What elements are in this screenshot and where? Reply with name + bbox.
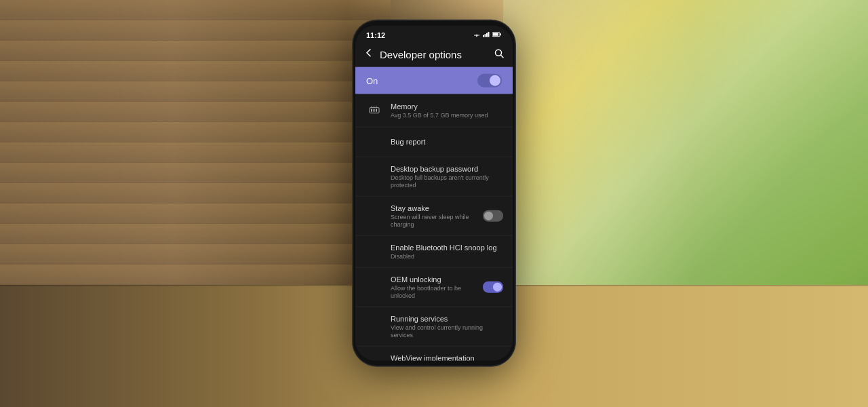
- on-off-row[interactable]: On: [355, 67, 513, 94]
- search-button[interactable]: [494, 48, 505, 61]
- settings-item-memory[interactable]: Memory Avg 3.5 GB of 5.7 GB memory used: [355, 94, 513, 128]
- running-services-subtitle: View and control currently running servi…: [391, 324, 503, 339]
- status-icons: [473, 32, 502, 39]
- signal-icon: [483, 32, 490, 39]
- oem-unlocking-toggle-area[interactable]: [483, 282, 503, 293]
- webview-title: WebView implementation: [391, 353, 503, 360]
- page-title: Developer options: [380, 49, 494, 60]
- settings-item-bug-report[interactable]: Bug report: [355, 128, 513, 157]
- stay-awake-title: Stay awake: [391, 204, 477, 213]
- svg-rect-3: [486, 33, 488, 37]
- oem-unlocking-title: OEM unlocking: [391, 275, 477, 284]
- svg-rect-6: [500, 33, 502, 35]
- oem-unlocking-text: OEM unlocking Allow the bootloader to be…: [365, 275, 477, 300]
- running-services-text: Running services View and control curren…: [365, 313, 503, 338]
- header-bar: Developer options: [355, 42, 513, 67]
- memory-icon: [365, 101, 384, 120]
- battery-icon: [492, 32, 502, 39]
- svg-line-9: [501, 55, 504, 58]
- status-time: 11:12: [366, 31, 385, 39]
- memory-title: Memory: [391, 102, 503, 111]
- bug-report-title: Bug report: [391, 137, 503, 147]
- oem-unlocking-subtitle: Allow the bootloader to be unlocked: [391, 285, 477, 300]
- toggle-thumb: [490, 75, 500, 86]
- back-button[interactable]: [363, 47, 374, 62]
- settings-item-oem-unlocking[interactable]: OEM unlocking Allow the bootloader to be…: [355, 268, 513, 307]
- desktop-backup-subtitle: Desktop full backups aren't currently pr…: [391, 174, 503, 189]
- svg-rect-13: [376, 109, 377, 112]
- desktop-backup-title: Desktop backup password: [391, 164, 503, 174]
- settings-item-running-services[interactable]: Running services View and control curren…: [355, 307, 513, 346]
- settings-list: Memory Avg 3.5 GB of 5.7 GB memory used …: [355, 94, 513, 361]
- settings-item-stay-awake[interactable]: Stay awake Screen will never sleep while…: [355, 197, 513, 236]
- bluetooth-hci-title: Enable Bluetooth HCI snoop log: [391, 242, 503, 252]
- svg-rect-4: [488, 32, 490, 37]
- stay-awake-subtitle: Screen will never sleep while charging: [391, 214, 477, 229]
- bug-report-text: Bug report: [365, 137, 503, 147]
- bluetooth-hci-subtitle: Disabled: [391, 253, 503, 260]
- phone-screen: 11:12: [355, 26, 513, 361]
- svg-rect-1: [483, 35, 484, 37]
- stay-awake-toggle[interactable]: [483, 210, 503, 222]
- memory-text: Memory Avg 3.5 GB of 5.7 GB memory used: [391, 102, 503, 119]
- oem-unlocking-toggle-thumb: [493, 283, 502, 292]
- settings-item-bluetooth-hci[interactable]: Enable Bluetooth HCI snoop log Disabled: [355, 235, 513, 267]
- stay-awake-toggle-thumb: [484, 212, 493, 220]
- desktop-backup-text: Desktop backup password Desktop full bac…: [365, 164, 503, 189]
- webview-text: WebView implementation Android System We…: [365, 353, 503, 360]
- bluetooth-hci-text: Enable Bluetooth HCI snoop log Disabled: [365, 242, 503, 260]
- wifi-icon: [473, 32, 480, 39]
- status-bar: 11:12: [355, 26, 513, 42]
- svg-rect-11: [371, 109, 372, 112]
- memory-subtitle: Avg 3.5 GB of 5.7 GB memory used: [391, 112, 503, 119]
- phone-wrapper: 11:12: [353, 20, 515, 366]
- svg-point-0: [476, 36, 477, 37]
- svg-rect-12: [374, 109, 375, 112]
- stay-awake-text: Stay awake Screen will never sleep while…: [365, 204, 477, 229]
- svg-rect-2: [485, 34, 486, 37]
- settings-item-webview[interactable]: WebView implementation Android System We…: [355, 346, 513, 360]
- oem-unlocking-toggle[interactable]: [483, 282, 503, 293]
- main-toggle[interactable]: [477, 74, 502, 88]
- on-label: On: [366, 75, 378, 85]
- svg-rect-7: [493, 33, 498, 36]
- stay-awake-toggle-area[interactable]: [483, 210, 503, 222]
- running-services-title: Running services: [391, 313, 503, 323]
- phone-device: 11:12: [353, 20, 515, 366]
- settings-item-desktop-backup[interactable]: Desktop backup password Desktop full bac…: [355, 157, 513, 197]
